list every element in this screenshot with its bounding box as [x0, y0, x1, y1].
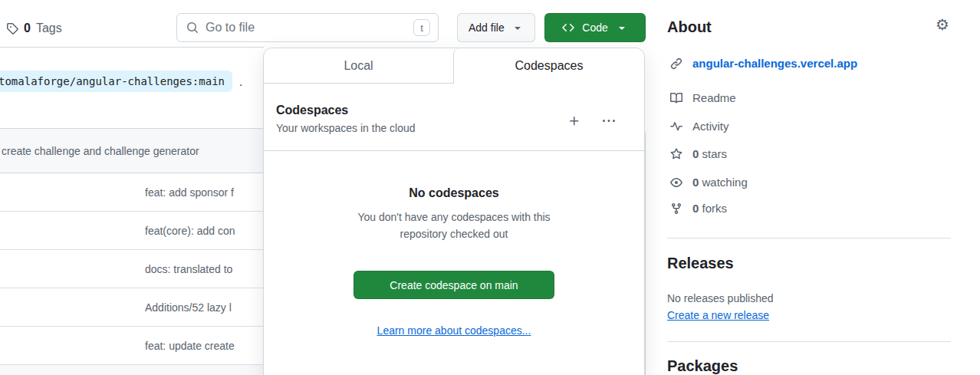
- learn-more-link[interactable]: Learn more about codespaces...: [377, 324, 531, 337]
- watching-count: 0: [692, 176, 699, 189]
- sidebar-item-forks[interactable]: 0 forks: [670, 202, 727, 215]
- star-icon: [670, 148, 682, 160]
- tab-codespaces[interactable]: Codespaces: [453, 48, 644, 84]
- website-link[interactable]: angular-challenges.vercel.app: [670, 57, 857, 70]
- sidebar-item-activity[interactable]: Activity: [670, 120, 729, 133]
- forks-count: 0: [692, 202, 699, 215]
- codespaces-empty-state: No codespaces You don't have any codespa…: [264, 186, 644, 337]
- commit-message[interactable]: Additions/52 lazy l: [145, 301, 232, 314]
- website-url: angular-challenges.vercel.app: [692, 57, 857, 70]
- tags-link[interactable]: 0 Tags: [6, 21, 62, 35]
- sidebar-item-label: Activity: [692, 120, 729, 133]
- sidebar-item-label: Readme: [692, 91, 736, 104]
- tags-count: 0: [24, 21, 31, 35]
- code-button[interactable]: Code: [544, 13, 646, 42]
- search-icon: [186, 21, 199, 34]
- latest-commit-message[interactable]: create challenge and challenge generator: [2, 145, 199, 157]
- eye-icon: [670, 176, 682, 189]
- tab-local[interactable]: Local: [264, 48, 453, 84]
- sidebar-item-label: stars: [702, 147, 728, 160]
- chevron-down-icon: [511, 21, 524, 34]
- shortcut-key-badge: t: [413, 19, 430, 36]
- go-to-file-search[interactable]: t: [176, 13, 439, 42]
- snippet-period: .: [239, 75, 242, 88]
- commit-message[interactable]: feat: add sponsor f: [145, 186, 234, 199]
- fork-icon: [670, 202, 682, 215]
- create-codespace-button[interactable]: Create codespace on main: [354, 271, 554, 299]
- add-file-button[interactable]: Add file: [457, 13, 535, 42]
- repo-page: tomalaforge/angular-challenges:main . cr…: [0, 0, 980, 375]
- packages-heading: Packages: [667, 357, 738, 375]
- tag-icon: [6, 22, 18, 35]
- sidebar-divider: [667, 341, 951, 342]
- plus-icon[interactable]: [568, 115, 580, 127]
- codespaces-header: Codespaces Your workspaces in the cloud: [264, 84, 644, 134]
- about-sidebar: About ⚙ angular-challenges.vercel.app Re…: [667, 0, 951, 375]
- commit-message[interactable]: feat(core): add con: [145, 225, 235, 237]
- sidebar-item-readme[interactable]: Readme: [670, 91, 736, 104]
- codespaces-actions: [568, 115, 615, 127]
- commit-message[interactable]: docs: translated to: [145, 263, 232, 275]
- panel-divider: [264, 150, 644, 151]
- code-dropdown-tabs: Local Codespaces: [264, 48, 644, 84]
- sidebar-item-watching[interactable]: 0 watching: [670, 176, 748, 189]
- branch-ref-snippet: tomalaforge/angular-challenges:main: [0, 71, 232, 92]
- sidebar-item-stars[interactable]: 0 stars: [670, 147, 727, 160]
- about-heading: About: [667, 18, 712, 36]
- releases-heading: Releases: [667, 255, 734, 272]
- commit-message[interactable]: feat: update create: [145, 340, 235, 352]
- stars-count: 0: [692, 147, 699, 160]
- tags-label: Tags: [36, 21, 62, 35]
- code-label: Code: [582, 21, 607, 34]
- gear-icon[interactable]: ⚙: [936, 17, 949, 32]
- kebab-menu-icon[interactable]: [603, 115, 615, 127]
- empty-state-title: No codespaces: [264, 186, 644, 200]
- add-file-label: Add file: [469, 21, 505, 34]
- empty-state-description: You don't have any codespaces with this …: [343, 209, 565, 242]
- search-input[interactable]: [206, 21, 406, 35]
- chevron-down-icon: [616, 21, 628, 34]
- book-icon: [670, 92, 682, 104]
- code-icon: [562, 21, 574, 34]
- link-icon: [670, 58, 682, 70]
- sidebar-divider: [667, 238, 951, 238]
- no-releases-text: No releases published: [667, 292, 774, 304]
- sidebar-item-label: forks: [702, 202, 728, 215]
- header-divider: [0, 47, 264, 48]
- fork-notice: tomalaforge/angular-challenges:main .: [0, 71, 242, 92]
- sidebar-item-label: watching: [702, 176, 748, 189]
- pulse-icon: [670, 120, 682, 133]
- code-dropdown-panel: Local Codespaces Codespaces Your workspa…: [263, 48, 645, 375]
- create-release-link[interactable]: Create a new release: [667, 309, 769, 321]
